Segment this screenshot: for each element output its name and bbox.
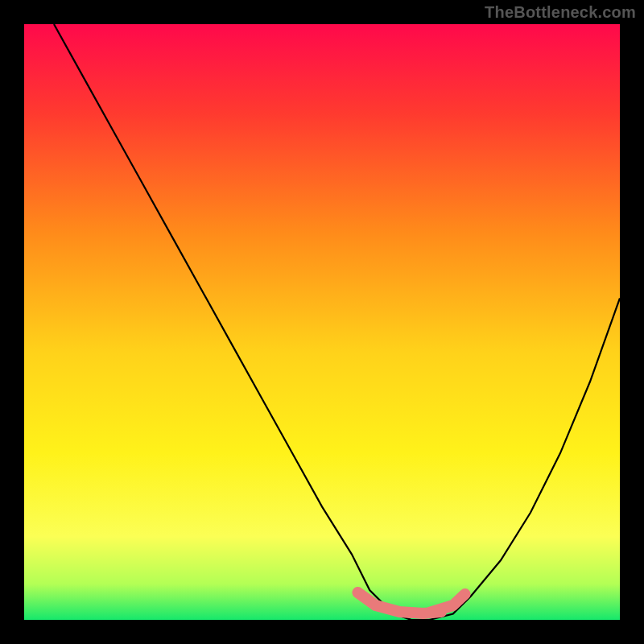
watermark-label: TheBottleneck.com [485, 3, 636, 22]
chart-frame [24, 24, 620, 620]
bottleneck-chart [24, 24, 620, 620]
plot-background [24, 24, 620, 620]
